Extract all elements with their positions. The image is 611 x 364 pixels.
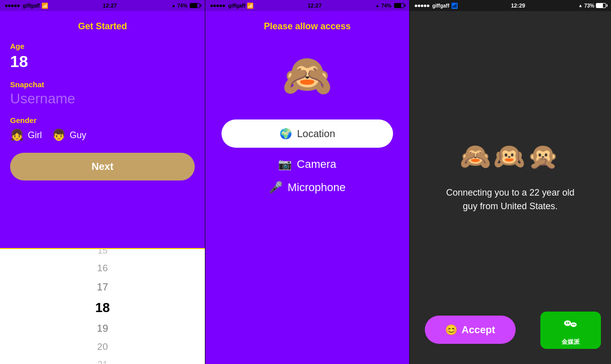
- wechat-icon: [562, 315, 580, 336]
- username-placeholder[interactable]: Username: [10, 91, 195, 107]
- battery-icon-p3: [596, 3, 606, 8]
- picker-item-20[interactable]: 20: [97, 338, 108, 356]
- guy-label: Guy: [70, 130, 86, 141]
- battery-icon-p1: [190, 3, 200, 8]
- status-right-p2: ▲ 74%: [375, 3, 404, 9]
- picker-item-17[interactable]: 17: [97, 277, 108, 296]
- status-left-p2: giffgaff 📶: [210, 3, 254, 9]
- picker-item-18[interactable]: 18: [95, 296, 110, 319]
- camera-permission: 📷 Camera: [278, 158, 336, 171]
- signal-dots-p3: [415, 5, 429, 7]
- svg-point-3: [568, 322, 570, 324]
- panel-permissions: giffgaff 📶 12:27 ▲ 74% Please allow acce…: [205, 0, 409, 364]
- dot4: [14, 5, 17, 7]
- panel2-content: Please allow access 🙈 🌍 Location 📷 Camer…: [205, 11, 409, 364]
- wechat-brand-text: 金媒派: [562, 338, 580, 346]
- dot-p2-1: [210, 5, 213, 7]
- battery-fill-p2: [395, 4, 401, 8]
- dot-p2-4: [219, 5, 222, 7]
- signal-dots-p2: [210, 5, 225, 7]
- location-arrow-p1: ▲: [171, 3, 176, 8]
- svg-point-4: [571, 322, 577, 327]
- gender-label: Gender: [10, 116, 195, 125]
- dot-p3-5: [427, 5, 429, 7]
- svg-point-2: [566, 322, 568, 324]
- time-p3: 12:29: [511, 3, 525, 9]
- microphone-permission: 🎤 Microphone: [269, 181, 346, 194]
- carrier-name-p1: giffgaff: [23, 3, 40, 9]
- battery-fill-p3: [596, 4, 603, 8]
- gender-guy[interactable]: 👦 Guy: [52, 129, 86, 142]
- camera-emoji: 📷: [278, 158, 292, 171]
- panel-get-started: giffgaff 📶 12:27 ▲ 74% Get Started Age 1…: [0, 0, 205, 364]
- camera-label: Camera: [297, 158, 336, 171]
- svg-point-6: [574, 324, 575, 325]
- age-picker[interactable]: 14 15 16 17 18 19 20 21 22: [0, 248, 205, 364]
- location-button[interactable]: 🌍 Location: [221, 119, 393, 148]
- dot-p3-1: [415, 5, 417, 7]
- dot-p3-2: [418, 5, 420, 7]
- wifi-icon-p2: 📶: [247, 3, 254, 9]
- microphone-label: Microphone: [288, 181, 346, 194]
- snapchat-label: Snapchat: [10, 80, 195, 89]
- battery-fill-p1: [190, 4, 197, 8]
- status-right-p1: ▲ 74%: [171, 3, 200, 9]
- location-emoji: 🌍: [280, 128, 292, 140]
- accept-emoji: 😊: [445, 324, 458, 336]
- battery-percent-p3: 73%: [584, 3, 594, 9]
- status-bar-p3: giffgaff 📶 12:29 ▲ 73%: [410, 0, 611, 11]
- accept-button[interactable]: 😊 Accept: [425, 316, 516, 344]
- arrow-p3: ▲: [578, 3, 583, 8]
- location-label: Location: [297, 128, 336, 140]
- picker-item-19[interactable]: 19: [97, 319, 108, 338]
- carrier-name-p2: giffgaff: [228, 3, 245, 9]
- battery-percent-p1: 74%: [177, 3, 187, 9]
- dot3: [11, 5, 14, 7]
- dot2: [8, 5, 11, 7]
- monkey-see-no-evil: 🙈: [282, 52, 332, 99]
- next-button[interactable]: Next: [10, 153, 195, 180]
- dot-p2-5: [223, 5, 225, 7]
- picker-item-15[interactable]: 15: [97, 248, 107, 259]
- connecting-text: Connecting you to a 22 year old guy from…: [439, 186, 581, 213]
- wechat-badge[interactable]: 金媒派: [540, 312, 601, 349]
- dot-p2-3: [216, 5, 219, 7]
- picker-item-16[interactable]: 16: [97, 259, 108, 277]
- wifi-icon-p1: 📶: [41, 3, 48, 9]
- dot1: [5, 5, 8, 7]
- dot-p3-3: [421, 5, 423, 7]
- svg-point-5: [572, 324, 573, 325]
- status-bar-p1: giffgaff 📶 12:27 ▲ 74%: [0, 0, 205, 11]
- time-p1: 12:27: [103, 3, 117, 9]
- battery-percent-p2: 74%: [381, 3, 392, 9]
- status-left-p3: giffgaff 📶: [415, 3, 458, 9]
- panel3-content: 🙈🙉🙊 Connecting you to a 22 year old guy …: [410, 11, 611, 364]
- battery-icon-p2: [394, 3, 404, 8]
- gender-section: Gender 👧 Girl 👦 Guy: [10, 116, 195, 142]
- arrow-p2: ▲: [375, 3, 380, 8]
- p2-title: Please allow access: [264, 21, 351, 32]
- status-bar-p2: giffgaff 📶 12:27 ▲ 74%: [205, 0, 409, 11]
- dot5: [17, 5, 20, 7]
- signal-dots: [5, 5, 20, 7]
- gender-options: 👧 Girl 👦 Guy: [10, 129, 195, 142]
- picker-list: 14 15 16 17 18 19 20 21 22: [95, 248, 110, 364]
- guy-emoji: 👦: [52, 129, 66, 142]
- gender-girl[interactable]: 👧 Girl: [10, 129, 42, 142]
- dot-p3-4: [424, 5, 426, 7]
- carrier-p3: giffgaff: [432, 3, 450, 9]
- three-monkeys-emoji: 🙈🙉🙊: [460, 142, 561, 171]
- status-right-p3: ▲ 73%: [578, 3, 606, 9]
- p1-title: Get Started: [10, 21, 195, 32]
- status-left-p1: giffgaff 📶: [5, 3, 48, 9]
- dot-p2-2: [213, 5, 216, 7]
- girl-label: Girl: [28, 130, 42, 141]
- age-value: 18: [10, 52, 195, 71]
- wifi-p3: 📶: [451, 3, 458, 9]
- microphone-emoji: 🎤: [269, 181, 283, 194]
- panel-connecting: giffgaff 📶 12:29 ▲ 73% 🙈🙉🙊 Connecting yo…: [410, 0, 611, 364]
- time-p2: 12:27: [307, 3, 321, 9]
- accept-label: Accept: [462, 324, 495, 336]
- picker-item-21[interactable]: 21: [97, 356, 107, 364]
- age-label: Age: [10, 42, 195, 50]
